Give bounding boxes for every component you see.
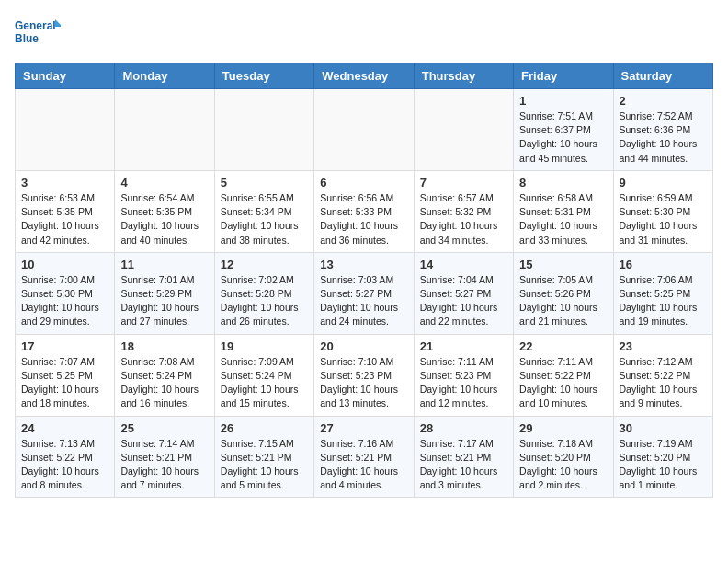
day-info: Sunrise: 6:54 AM Sunset: 5:35 PM Dayligh…	[120, 191, 208, 247]
calendar-cell: 30Sunrise: 7:19 AM Sunset: 5:20 PM Dayli…	[613, 416, 712, 498]
day-info: Sunrise: 7:09 AM Sunset: 5:24 PM Dayligh…	[221, 355, 308, 411]
column-header-tuesday: Tuesday	[214, 63, 313, 89]
column-header-thursday: Thursday	[414, 63, 513, 89]
day-info: Sunrise: 6:53 AM Sunset: 5:35 PM Dayligh…	[21, 191, 108, 247]
day-info: Sunrise: 7:52 AM Sunset: 6:36 PM Dayligh…	[620, 109, 707, 166]
day-info: Sunrise: 7:02 AM Sunset: 5:28 PM Dayligh…	[221, 273, 308, 329]
day-number: 12	[221, 258, 308, 271]
day-number: 3	[21, 176, 108, 190]
day-info: Sunrise: 7:51 AM Sunset: 6:37 PM Dayligh…	[519, 109, 607, 166]
day-info: Sunrise: 6:59 AM Sunset: 5:30 PM Dayligh…	[620, 191, 707, 247]
day-number: 21	[420, 339, 507, 353]
day-info: Sunrise: 7:06 AM Sunset: 5:25 PM Dayligh…	[620, 273, 707, 329]
day-number: 20	[320, 339, 407, 353]
day-info: Sunrise: 6:56 AM Sunset: 5:33 PM Dayligh…	[320, 191, 407, 247]
calendar-cell: 27Sunrise: 7:16 AM Sunset: 5:21 PM Dayli…	[314, 416, 414, 498]
day-number: 27	[320, 421, 407, 435]
day-info: Sunrise: 7:07 AM Sunset: 5:25 PM Dayligh…	[21, 355, 108, 411]
logo-svg: General Blue	[15, 15, 61, 52]
day-number: 26	[221, 421, 308, 435]
day-number: 4	[120, 176, 208, 190]
day-info: Sunrise: 7:11 AM Sunset: 5:22 PM Dayligh…	[519, 355, 607, 411]
day-number: 11	[120, 258, 208, 271]
calendar-cell: 12Sunrise: 7:02 AM Sunset: 5:28 PM Dayli…	[214, 252, 313, 334]
column-header-friday: Friday	[514, 63, 613, 89]
day-number: 25	[120, 421, 208, 435]
day-number: 13	[320, 258, 407, 271]
calendar-cell	[115, 89, 214, 171]
day-info: Sunrise: 7:17 AM Sunset: 5:21 PM Dayligh…	[420, 437, 507, 493]
day-number: 17	[21, 339, 108, 353]
calendar-cell: 2Sunrise: 7:52 AM Sunset: 6:36 PM Daylig…	[613, 89, 712, 171]
calendar-cell: 22Sunrise: 7:11 AM Sunset: 5:22 PM Dayli…	[514, 334, 613, 416]
calendar-cell: 29Sunrise: 7:18 AM Sunset: 5:20 PM Dayli…	[514, 416, 613, 498]
day-info: Sunrise: 7:12 AM Sunset: 5:22 PM Dayligh…	[620, 355, 707, 411]
calendar-cell: 9Sunrise: 6:59 AM Sunset: 5:30 PM Daylig…	[613, 170, 712, 252]
day-number: 2	[620, 94, 707, 108]
day-number: 29	[519, 421, 607, 435]
calendar-cell	[214, 89, 313, 171]
calendar-cell: 19Sunrise: 7:09 AM Sunset: 5:24 PM Dayli…	[214, 334, 313, 416]
calendar-cell: 26Sunrise: 7:15 AM Sunset: 5:21 PM Dayli…	[214, 416, 313, 498]
day-info: Sunrise: 7:19 AM Sunset: 5:20 PM Dayligh…	[620, 437, 707, 493]
logo: General Blue	[15, 15, 61, 52]
day-number: 28	[420, 421, 507, 435]
calendar-cell: 3Sunrise: 6:53 AM Sunset: 5:35 PM Daylig…	[16, 170, 115, 252]
calendar-cell: 18Sunrise: 7:08 AM Sunset: 5:24 PM Dayli…	[115, 334, 214, 416]
day-number: 8	[519, 176, 607, 190]
calendar-cell: 7Sunrise: 6:57 AM Sunset: 5:32 PM Daylig…	[414, 170, 513, 252]
calendar-cell: 11Sunrise: 7:01 AM Sunset: 5:29 PM Dayli…	[115, 252, 214, 334]
day-number: 10	[21, 258, 108, 271]
day-info: Sunrise: 7:04 AM Sunset: 5:27 PM Dayligh…	[420, 273, 507, 329]
calendar-cell: 10Sunrise: 7:00 AM Sunset: 5:30 PM Dayli…	[16, 252, 115, 334]
day-number: 9	[620, 176, 707, 190]
calendar-cell: 4Sunrise: 6:54 AM Sunset: 5:35 PM Daylig…	[115, 170, 214, 252]
day-info: Sunrise: 7:05 AM Sunset: 5:26 PM Dayligh…	[519, 273, 607, 329]
calendar-cell: 25Sunrise: 7:14 AM Sunset: 5:21 PM Dayli…	[115, 416, 214, 498]
day-info: Sunrise: 7:15 AM Sunset: 5:21 PM Dayligh…	[221, 437, 308, 493]
day-number: 5	[221, 176, 308, 190]
day-info: Sunrise: 7:08 AM Sunset: 5:24 PM Dayligh…	[120, 355, 208, 411]
day-number: 23	[620, 339, 707, 353]
calendar-table: SundayMondayTuesdayWednesdayThursdayFrid…	[15, 63, 713, 498]
day-number: 15	[519, 258, 607, 271]
column-header-saturday: Saturday	[613, 63, 712, 89]
page-header: General Blue	[15, 15, 713, 52]
calendar-cell	[314, 89, 414, 171]
day-info: Sunrise: 7:01 AM Sunset: 5:29 PM Dayligh…	[120, 273, 208, 329]
day-info: Sunrise: 7:16 AM Sunset: 5:21 PM Dayligh…	[320, 437, 407, 493]
day-info: Sunrise: 7:10 AM Sunset: 5:23 PM Dayligh…	[320, 355, 407, 411]
day-number: 19	[221, 339, 308, 353]
day-info: Sunrise: 7:03 AM Sunset: 5:27 PM Dayligh…	[320, 273, 407, 329]
svg-marker-2	[55, 19, 61, 27]
day-number: 14	[420, 258, 507, 271]
day-number: 16	[620, 258, 707, 271]
day-info: Sunrise: 6:55 AM Sunset: 5:34 PM Dayligh…	[221, 191, 308, 247]
day-info: Sunrise: 6:57 AM Sunset: 5:32 PM Dayligh…	[420, 191, 507, 247]
calendar-cell: 13Sunrise: 7:03 AM Sunset: 5:27 PM Dayli…	[314, 252, 414, 334]
calendar-week-1: 1Sunrise: 7:51 AM Sunset: 6:37 PM Daylig…	[16, 89, 713, 171]
calendar-cell: 20Sunrise: 7:10 AM Sunset: 5:23 PM Dayli…	[314, 334, 414, 416]
calendar-week-4: 17Sunrise: 7:07 AM Sunset: 5:25 PM Dayli…	[16, 334, 713, 416]
column-header-sunday: Sunday	[16, 63, 115, 89]
day-number: 22	[519, 339, 607, 353]
day-info: Sunrise: 7:11 AM Sunset: 5:23 PM Dayligh…	[420, 355, 507, 411]
day-info: Sunrise: 7:13 AM Sunset: 5:22 PM Dayligh…	[21, 437, 108, 493]
calendar-cell	[414, 89, 513, 171]
calendar-cell: 8Sunrise: 6:58 AM Sunset: 5:31 PM Daylig…	[514, 170, 613, 252]
calendar-cell: 17Sunrise: 7:07 AM Sunset: 5:25 PM Dayli…	[16, 334, 115, 416]
calendar-cell: 14Sunrise: 7:04 AM Sunset: 5:27 PM Dayli…	[414, 252, 513, 334]
day-number: 1	[519, 94, 607, 108]
calendar-week-2: 3Sunrise: 6:53 AM Sunset: 5:35 PM Daylig…	[16, 170, 713, 252]
calendar-cell: 21Sunrise: 7:11 AM Sunset: 5:23 PM Dayli…	[414, 334, 513, 416]
calendar-cell: 5Sunrise: 6:55 AM Sunset: 5:34 PM Daylig…	[214, 170, 313, 252]
svg-text:Blue: Blue	[15, 32, 39, 45]
calendar-cell: 28Sunrise: 7:17 AM Sunset: 5:21 PM Dayli…	[414, 416, 513, 498]
day-number: 30	[620, 421, 707, 435]
calendar-cell: 23Sunrise: 7:12 AM Sunset: 5:22 PM Dayli…	[613, 334, 712, 416]
column-header-wednesday: Wednesday	[314, 63, 414, 89]
calendar-week-3: 10Sunrise: 7:00 AM Sunset: 5:30 PM Dayli…	[16, 252, 713, 334]
day-number: 18	[120, 339, 208, 353]
column-header-monday: Monday	[115, 63, 214, 89]
calendar-cell: 16Sunrise: 7:06 AM Sunset: 5:25 PM Dayli…	[613, 252, 712, 334]
